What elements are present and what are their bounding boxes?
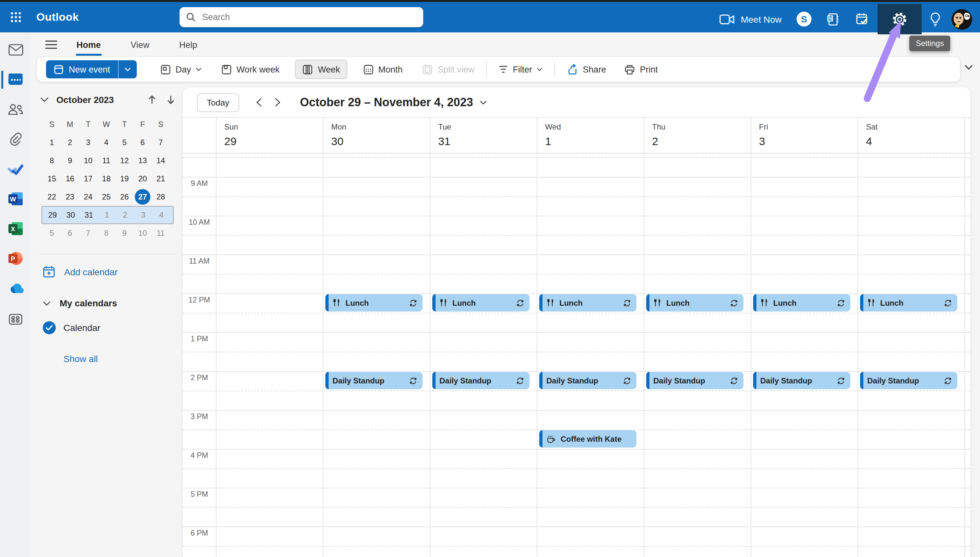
mini-day[interactable]: 14	[152, 156, 170, 165]
share-button[interactable]: Share	[560, 60, 612, 78]
checked-circle-icon[interactable]	[43, 321, 56, 334]
rail-excel-button[interactable]: X	[0, 214, 31, 244]
show-all-link[interactable]: Show all	[64, 353, 98, 364]
prev-month-arrow-icon[interactable]	[148, 95, 156, 104]
day-header-wed[interactable]: Wed1	[537, 118, 644, 153]
rail-onedrive-button[interactable]	[0, 273, 31, 303]
previous-week-chevron-icon[interactable]	[256, 98, 261, 107]
mini-day[interactable]: 19	[115, 174, 134, 183]
settings-button[interactable]	[877, 4, 922, 34]
day-header-fri[interactable]: Fri3	[751, 118, 858, 153]
print-button[interactable]: Print	[618, 60, 664, 78]
mini-day[interactable]: 11	[152, 229, 170, 238]
mini-day[interactable]: 6	[134, 138, 152, 147]
event-lunch[interactable]: Lunch	[860, 294, 957, 311]
rail-word-button[interactable]: W	[0, 184, 31, 214]
mini-day[interactable]: 12	[115, 156, 134, 165]
mini-day[interactable]: 30	[62, 210, 80, 220]
mini-day[interactable]: 7	[79, 229, 97, 238]
mini-day[interactable]: 31	[80, 210, 98, 220]
next-month-arrow-icon[interactable]	[167, 95, 175, 104]
mini-day[interactable]: 16	[61, 174, 79, 183]
mini-day[interactable]: 25	[97, 192, 115, 202]
event-lunch[interactable]: Lunch	[325, 294, 423, 311]
day-header-thu[interactable]: Thu2	[644, 118, 751, 153]
rail-powerpoint-button[interactable]: P	[0, 244, 31, 273]
mini-day[interactable]: 10	[79, 156, 97, 165]
day-header-sat[interactable]: Sat4	[858, 118, 964, 153]
mini-day-selected[interactable]: 27	[134, 189, 152, 205]
mini-day[interactable]: 5	[115, 138, 134, 147]
view-month-button[interactable]: Month	[356, 60, 409, 78]
event-daily-standup[interactable]: Daily Standup	[753, 372, 850, 389]
mini-day[interactable]: 8	[97, 229, 115, 238]
account-avatar[interactable]: OK	[952, 9, 972, 29]
search-bar[interactable]	[180, 7, 423, 27]
view-work-week-button[interactable]: Work week	[214, 60, 286, 78]
event-lunch[interactable]: Lunch	[432, 294, 529, 311]
event-coffee-with-kate[interactable]: Coffee with Kate	[539, 430, 637, 448]
tab-view[interactable]: View	[121, 36, 158, 54]
tab-help[interactable]: Help	[170, 36, 206, 54]
rail-more-apps-button[interactable]	[0, 305, 31, 334]
rail-calendar-button[interactable]	[0, 65, 31, 94]
filter-button[interactable]: Filter	[492, 60, 549, 78]
my-day-button[interactable]	[848, 4, 877, 34]
my-calendars-section[interactable]: My calendars	[43, 298, 117, 308]
app-launcher-button[interactable]	[0, 2, 31, 33]
mini-day[interactable]: 3	[134, 210, 152, 220]
onenote-feed-button[interactable]: N	[819, 4, 848, 34]
next-week-chevron-icon[interactable]	[274, 98, 280, 107]
add-calendar-button[interactable]: Add calendar	[43, 265, 118, 278]
rail-files-button[interactable]	[0, 124, 31, 154]
mini-day[interactable]: 29	[43, 210, 62, 220]
mini-day[interactable]: 23	[61, 192, 79, 202]
today-button[interactable]: Today	[197, 93, 239, 112]
mini-day[interactable]: 2	[116, 210, 134, 220]
mini-day[interactable]: 26	[115, 192, 134, 202]
mini-day[interactable]: 13	[134, 156, 152, 165]
time-grid[interactable]: 9 AM 10 AM 11 AM 12 PM 1 PM 2 PM 3 PM 4 …	[183, 153, 970, 557]
date-range-picker[interactable]: October 29 – November 4, 2023	[300, 96, 487, 109]
event-daily-standup[interactable]: Daily Standup	[646, 372, 743, 389]
mini-day[interactable]: 24	[79, 192, 97, 202]
mini-day[interactable]: 1	[43, 138, 61, 147]
mini-day[interactable]: 17	[79, 174, 97, 183]
mini-day[interactable]: 9	[115, 229, 134, 238]
view-week-button[interactable]: Week	[295, 60, 348, 79]
mini-day[interactable]: 5	[43, 229, 61, 238]
skype-button[interactable]: S	[789, 4, 819, 34]
mini-day[interactable]: 15	[43, 174, 61, 183]
collapse-ribbon-chevron-icon[interactable]	[964, 65, 973, 70]
mini-day[interactable]: 22	[43, 192, 61, 202]
day-header-sun[interactable]: Sun29	[216, 118, 323, 153]
mini-day[interactable]: 11	[97, 156, 115, 165]
mini-day[interactable]: 21	[152, 174, 170, 183]
mini-day[interactable]: 3	[79, 138, 97, 147]
mini-day[interactable]: 7	[152, 138, 170, 147]
mini-day[interactable]: 1	[98, 210, 116, 220]
mini-day[interactable]: 6	[61, 229, 79, 238]
rail-todo-button[interactable]	[0, 154, 31, 184]
rail-people-button[interactable]	[0, 94, 31, 124]
tab-home[interactable]: Home	[67, 36, 110, 54]
tips-button[interactable]	[922, 4, 949, 34]
event-daily-standup[interactable]: Daily Standup	[432, 372, 529, 389]
mini-day[interactable]: 8	[43, 156, 61, 165]
event-lunch[interactable]: Lunch	[646, 294, 743, 311]
event-lunch[interactable]: Lunch	[753, 294, 850, 311]
calendar-list-item[interactable]: Calendar	[43, 321, 100, 334]
mini-day[interactable]: 4	[97, 138, 115, 147]
rail-mail-button[interactable]	[0, 35, 31, 65]
day-header-mon[interactable]: Mon30	[323, 118, 430, 153]
event-lunch[interactable]: Lunch	[539, 294, 637, 311]
day-header-tue[interactable]: Tue31	[430, 118, 537, 153]
mini-day[interactable]: 18	[97, 174, 115, 183]
event-daily-standup[interactable]: Daily Standup	[860, 372, 957, 389]
mini-day[interactable]: 28	[152, 192, 170, 202]
mini-day[interactable]: 20	[134, 174, 152, 183]
meet-now-button[interactable]: Meet Now	[712, 4, 789, 34]
event-daily-standup[interactable]: Daily Standup	[539, 372, 637, 389]
mini-day[interactable]: 10	[134, 229, 152, 238]
mini-day[interactable]: 9	[61, 156, 79, 165]
